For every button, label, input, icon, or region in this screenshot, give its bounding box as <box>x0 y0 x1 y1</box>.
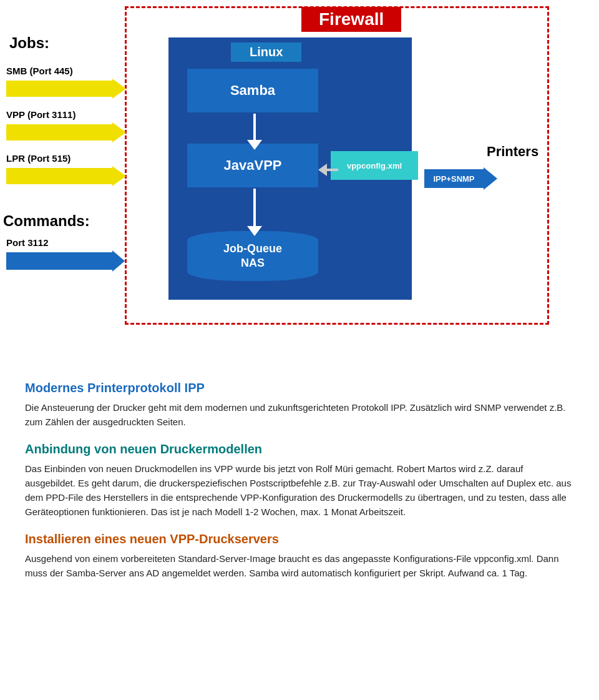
port3112-head <box>112 250 125 272</box>
samba-to-javavpp-arrow <box>247 114 262 150</box>
jobqueue-box: Job-Queue NAS <box>187 231 318 281</box>
smb-head <box>112 79 126 99</box>
text-section: Modernes Printerprotokoll IPP Die Ansteu… <box>0 350 599 596</box>
lpr-text: LPR (Port 515) <box>6 153 126 164</box>
jobqueue-label: Job-Queue NAS <box>223 242 282 271</box>
ipp-snmp-shaft: IPP+SNMP <box>424 169 484 188</box>
lpr-head <box>112 166 126 186</box>
vpp-row: VPP (Port 3111) <box>6 109 126 142</box>
smb-shaft <box>6 81 112 97</box>
arrow-head <box>247 140 262 150</box>
samba-box: Samba <box>187 69 318 112</box>
port3112-row: Port 3112 <box>6 237 125 272</box>
section2-heading: Anbindung von neuen Druckermodellen <box>25 442 574 456</box>
smb-text: SMB (Port 445) <box>6 66 126 76</box>
ipp-snmp-arrow: IPP+SNMP <box>424 167 497 190</box>
arrow-head <box>318 164 327 176</box>
vpp-shaft <box>6 124 112 140</box>
lpr-arrow <box>6 166 126 186</box>
diagram-section: Firewall Linux Samba JavaVPP vppconfig.x… <box>0 0 599 350</box>
printers-label: Printers <box>487 144 538 160</box>
smb-row: SMB (Port 445) <box>6 66 126 99</box>
vppconfig-to-javavpp-arrow <box>318 164 338 176</box>
arrow-shaft <box>253 114 256 140</box>
smb-arrow <box>6 79 126 99</box>
section2-body: Das Einbinden von neuen Druckmodellen in… <box>25 461 574 520</box>
section3-body: Ausgehend von einem vorbereiteten Standa… <box>25 551 574 581</box>
vpp-arrow <box>6 122 126 142</box>
vppconfig-label: vppconfig.xml <box>347 161 402 170</box>
arrow-shaft <box>327 169 338 171</box>
ipp-snmp-label: IPP+SNMP <box>433 174 474 184</box>
vpp-head <box>112 122 126 142</box>
vppconfig-box: vppconfig.xml <box>331 151 418 180</box>
section1-body: Die Ansteuerung der Drucker geht mit dem… <box>25 400 574 430</box>
vpp-text: VPP (Port 3111) <box>6 109 126 120</box>
linux-label: Linux <box>231 42 301 62</box>
arrow-head <box>247 226 262 236</box>
lpr-shaft <box>6 168 112 184</box>
jobs-label: Jobs: <box>9 34 49 52</box>
section3-heading: Installieren eines neuen VPP-Druckserver… <box>25 532 574 546</box>
ipp-snmp-arrowhead <box>484 167 497 190</box>
firewall-label: Firewall <box>301 7 401 32</box>
arrow-shaft <box>253 189 256 226</box>
section1-heading: Modernes Printerprotokoll IPP <box>25 381 574 395</box>
port3112-arrow <box>6 250 125 272</box>
javavpp-to-jobqueue-arrow <box>247 189 262 236</box>
lpr-row: LPR (Port 515) <box>6 153 126 186</box>
port3112-text: Port 3112 <box>6 237 125 248</box>
port3112-shaft <box>6 252 112 270</box>
samba-label: Samba <box>230 82 275 99</box>
javavpp-label: JavaVPP <box>224 157 282 174</box>
javavpp-box: JavaVPP <box>187 144 318 187</box>
commands-label: Commands: <box>3 212 90 230</box>
